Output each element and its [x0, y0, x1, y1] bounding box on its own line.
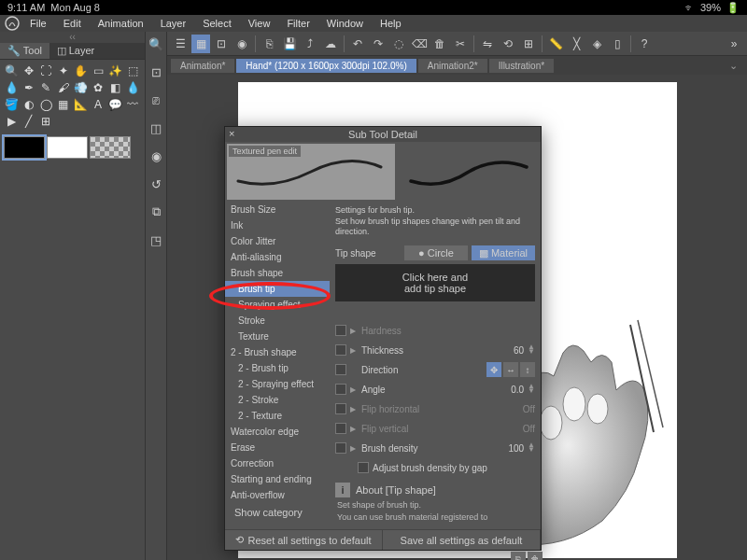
menu-file[interactable]: File: [22, 16, 54, 31]
dir-v-icon[interactable]: ↕: [520, 362, 535, 377]
angle-row[interactable]: ▶Angle0.0▲▼: [335, 381, 535, 398]
navigator-icon[interactable]: ⊡: [148, 63, 164, 80]
trash-icon[interactable]: 🗑: [430, 35, 449, 53]
zoom-tool-icon[interactable]: 🔍: [4, 63, 19, 78]
doc-tab-2[interactable]: Animation2*: [418, 59, 487, 73]
airbrush-tool-icon[interactable]: 💨: [74, 80, 89, 95]
panel-collapse[interactable]: ‹‹: [0, 32, 145, 43]
cloud-icon[interactable]: ☁: [321, 35, 340, 53]
shape-tool-icon[interactable]: ◯: [38, 97, 53, 112]
tab-layer[interactable]: ◫ Layer: [49, 43, 102, 59]
flip-v-row[interactable]: ▶Flip verticalOff: [335, 420, 535, 437]
swatch-white[interactable]: [47, 136, 88, 159]
menu-select[interactable]: Select: [195, 16, 239, 31]
show-category[interactable]: Show category: [225, 503, 330, 522]
dir-arrows-icon[interactable]: ✥: [486, 362, 501, 377]
cat-2-stroke[interactable]: 2 - Stroke: [225, 392, 330, 408]
cat-erase[interactable]: Erase: [225, 440, 330, 455]
swatch-transparent[interactable]: [90, 136, 131, 159]
tab-tool[interactable]: 🔧 Tool: [0, 43, 49, 59]
brush-tool-icon[interactable]: 🖌: [56, 80, 71, 95]
eraser-tool-icon[interactable]: ◧: [108, 80, 123, 95]
cat-2-texture[interactable]: 2 - Texture: [225, 408, 330, 424]
cat-stroke[interactable]: Stroke: [225, 313, 330, 329]
menu-view[interactable]: View: [241, 16, 278, 31]
pen-tool-icon[interactable]: ✒: [21, 80, 36, 95]
export-icon[interactable]: ⤴: [301, 35, 319, 53]
record-icon[interactable]: ◉: [233, 35, 251, 53]
loading-icon[interactable]: ◌: [389, 35, 408, 53]
deco-tool-icon[interactable]: ✿: [91, 80, 106, 95]
blend-tool-icon[interactable]: 💧: [125, 80, 140, 95]
grid-tool-icon[interactable]: ⊞: [38, 114, 53, 129]
grid-view-icon[interactable]: ⊞: [519, 35, 538, 53]
pencil-tool-icon[interactable]: ✎: [38, 80, 53, 95]
move-tool-icon[interactable]: ✥: [21, 63, 36, 78]
flip-h-row[interactable]: ▶Flip horizontalOff: [335, 400, 535, 417]
cat-color-jitter[interactable]: Color Jitter: [225, 233, 330, 249]
clear-icon[interactable]: ⌫: [410, 35, 429, 53]
app-logo-icon[interactable]: [4, 15, 21, 32]
reset-defaults-button[interactable]: ⟲Reset all settings to default: [225, 530, 383, 550]
sym-ruler-icon[interactable]: ╳: [567, 35, 585, 53]
swatch-black[interactable]: [4, 136, 45, 159]
tabs-overflow-icon[interactable]: ⌄: [724, 60, 743, 72]
history-icon[interactable]: ↺: [148, 175, 164, 192]
sparkle-tool-icon[interactable]: ✦: [56, 63, 71, 78]
cat-brush-size[interactable]: Brush Size: [225, 202, 330, 217]
cat-2-spraying[interactable]: 2 - Spraying effect: [225, 376, 330, 392]
cat-2-brush-shape[interactable]: 2 - Brush shape: [225, 344, 330, 360]
doc-icon[interactable]: ⎘: [260, 35, 278, 53]
search-icon[interactable]: 🔍: [148, 35, 164, 52]
color-panel-icon[interactable]: ◉: [148, 147, 164, 164]
ruler-icon[interactable]: 📏: [546, 35, 565, 53]
direction-row[interactable]: Direction✥↔↕: [335, 361, 535, 378]
3d-icon[interactable]: ◳: [148, 231, 164, 248]
adjust-density-row[interactable]: Adjust brush density by gap: [335, 459, 535, 476]
marquee-tool-icon[interactable]: ▭: [91, 63, 106, 78]
line-tool-icon[interactable]: ╱: [21, 114, 36, 129]
cat-brush-shape[interactable]: Brush shape: [225, 265, 330, 281]
subtool-icon[interactable]: ⎚: [148, 91, 164, 108]
dialog-titlebar[interactable]: × Sub Tool Detail: [225, 127, 541, 142]
arrow-tool-icon[interactable]: ▶: [4, 114, 19, 129]
save-icon[interactable]: 💾: [280, 35, 299, 53]
wand-tool-icon[interactable]: ✨: [108, 63, 123, 78]
cat-spraying[interactable]: Spraying effect: [225, 297, 330, 313]
thickness-row[interactable]: ▶Thickness60▲▼: [335, 342, 535, 358]
cat-correction[interactable]: Correction: [225, 455, 330, 471]
help-icon[interactable]: ?: [635, 35, 654, 53]
select-tool-icon[interactable]: ⬚: [125, 63, 140, 78]
doc-tab-3[interactable]: Illustration*: [489, 59, 554, 73]
doc-tab-0[interactable]: Animation*: [171, 59, 234, 73]
menu-help[interactable]: Help: [373, 16, 409, 31]
menu-animation[interactable]: Animation: [91, 16, 151, 31]
menu-layer[interactable]: Layer: [153, 16, 194, 31]
brush-density-row[interactable]: ▶Brush density100▲▼: [335, 440, 535, 456]
close-icon[interactable]: ×: [229, 128, 234, 139]
frame-tool-icon[interactable]: ▦: [56, 97, 71, 112]
menu-icon[interactable]: ☰: [171, 35, 190, 53]
menu-edit[interactable]: Edit: [56, 16, 89, 31]
cat-brush-tip[interactable]: Brush tip: [225, 281, 330, 297]
dir-h-icon[interactable]: ↔: [503, 362, 518, 377]
material-icon[interactable]: ⧉: [148, 203, 164, 220]
gradient-tool-icon[interactable]: ◐: [21, 97, 36, 112]
cat-2-brush-tip[interactable]: 2 - Brush tip: [225, 360, 330, 376]
fill-tool-icon[interactable]: 🪣: [4, 97, 19, 112]
tablet-mode-icon[interactable]: ▦: [191, 35, 210, 53]
cat-anti-overflow[interactable]: Anti-overflow: [225, 487, 330, 503]
menu-window[interactable]: Window: [319, 16, 371, 31]
save-defaults-button[interactable]: Save all settings as default: [383, 530, 541, 550]
eyedropper-icon[interactable]: 💧: [4, 80, 19, 95]
tip-shape-dropzone[interactable]: Click here and add tip shape: [335, 264, 535, 301]
layers-panel-icon[interactable]: ◫: [148, 119, 164, 136]
liquify-tool-icon[interactable]: 〰: [125, 97, 140, 112]
flip-h-icon[interactable]: ⇋: [478, 35, 497, 53]
rotate-icon[interactable]: ⟲: [499, 35, 517, 53]
cat-starting-ending[interactable]: Starting and ending: [225, 471, 330, 487]
balloon-tool-icon[interactable]: 💬: [108, 97, 123, 112]
cat-watercolor[interactable]: Watercolor edge: [225, 424, 330, 440]
brush-preview[interactable]: Textured pen edit: [227, 144, 395, 200]
persp-icon[interactable]: ◈: [587, 35, 606, 53]
